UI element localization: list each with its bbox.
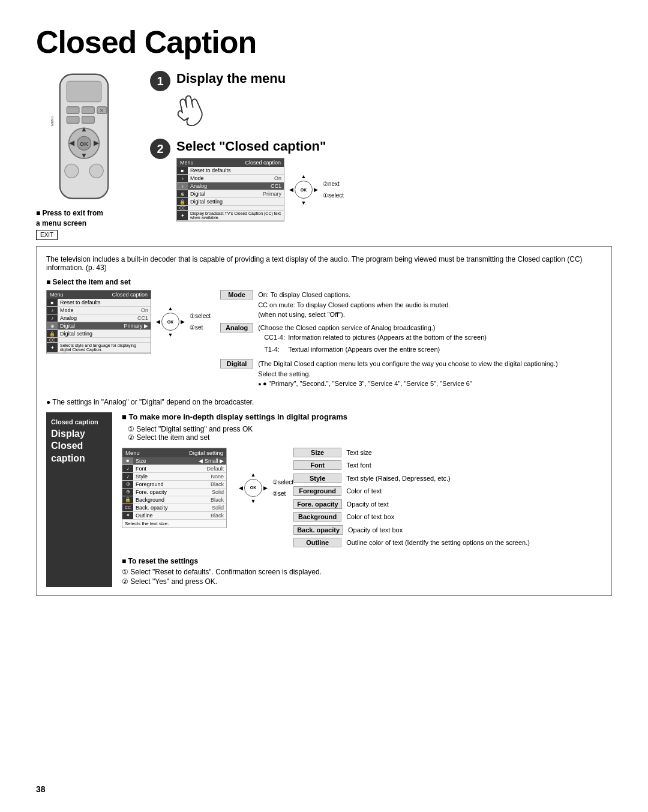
next-label: ②next [323, 181, 344, 187]
menu-mockup-2: Menu Closed caption ■ Reset to defaults … [46, 290, 151, 353]
analog-text: (Choose the Closed caption service of An… [258, 323, 487, 356]
svg-point-17 [89, 164, 103, 178]
menu2-row-digital: ⊕ Digital Primary ▶ [47, 322, 151, 330]
size-label: Size [293, 448, 341, 457]
nav-labels-step2: ②next ①select [323, 181, 344, 199]
menu-nav-area: Menu Closed caption ■ Reset to defaults … [46, 290, 211, 353]
closed-caption-box: Closed caption Display Closed caption [46, 412, 112, 587]
digital-menu-fore-opacity: ⊕ Fore. opacity Solid [122, 489, 226, 496]
menu-row-reset: ■ Reset to defaults [177, 167, 284, 175]
back-opacity-text: Opacity of text box [348, 525, 403, 535]
digital-select-label: ①select [272, 479, 293, 486]
closed-caption-title: Closed caption [51, 418, 107, 426]
exit-button[interactable]: EXIT [36, 230, 58, 240]
select-set-labels: ①select ②set [190, 313, 211, 331]
step-2-title: Select "Closed caption" [176, 139, 344, 154]
digital-def-outline: Outline Outline color of text (Identify … [293, 538, 602, 548]
foreground-label: Foreground [293, 486, 341, 496]
step-1: 1 Display the menu [150, 71, 612, 133]
ok-button[interactable]: OK [295, 181, 313, 199]
size-text: Text size [346, 448, 372, 458]
digital-def-size: Size Text size [293, 448, 602, 458]
digital-definitions: Size Text size Font Text font Style Text… [293, 448, 602, 551]
digital-menu-nav: Menu Digital setting ■ Size ◀ Small ▶ ♪ … [122, 448, 293, 528]
digital-def-back-opacity: Back. opacity Opacity of text box [293, 525, 602, 535]
digital-set-label: ②set [272, 490, 293, 497]
indepth-steps: ① Select "Digital setting" and press OK … [128, 425, 602, 442]
nav-arrows-step2: ▲ ◀ OK ▶ ▼ [289, 173, 318, 206]
select-label-2: ①select [190, 313, 211, 319]
press-exit-label: ■ Press to exit from a menu screen [36, 209, 103, 227]
menu2-row-cc: CC [47, 338, 151, 343]
select-label: ①select [323, 192, 344, 199]
digital-setup-area: Menu Digital setting ■ Size ◀ Small ▶ ♪ … [122, 448, 602, 551]
reset-heading: ■ To reset the settings [122, 557, 602, 565]
svg-text:▼: ▼ [80, 152, 87, 159]
digital-def-background: Background Color of text box [293, 512, 602, 522]
digital-menu-mockup: Menu Digital setting ■ Size ◀ Small ▶ ♪ … [122, 448, 227, 528]
digital-def-fore-opacity: Fore. opacity Opacity of text [293, 499, 602, 510]
top-section: ✕ MENU OK ▲ ▼ ◀ ▶ ■ Press to exit from [36, 71, 612, 240]
menu2-row-digital-setting: 🔒 Digital setting [47, 330, 151, 338]
digital-label: Digital [220, 359, 253, 368]
indepth-step-2: ② Select the item and set [128, 433, 602, 442]
definitions-area: Mode On: To display Closed captions. CC … [220, 290, 602, 392]
svg-text:▶: ▶ [94, 139, 100, 146]
digital-menu-background: 🔒 Background Black [122, 496, 226, 504]
menu2-row-reset: ■ Reset to defaults [47, 299, 151, 307]
svg-rect-2 [67, 107, 79, 114]
digital-menu-foreground: ⊕ Foreground Black [122, 481, 226, 489]
style-text: Text style (Raised, Depressed, etc.) [346, 474, 451, 484]
outline-label: Outline [293, 538, 341, 547]
outline-text: Outline color of text (Identify the sett… [346, 538, 530, 548]
page-number: 38 [36, 784, 46, 794]
svg-text:MENU: MENU [50, 116, 54, 126]
step-2-circle: 2 [150, 139, 170, 159]
svg-text:▲: ▲ [80, 125, 87, 133]
reset-section: ■ To reset the settings ① Select "Reset … [122, 557, 602, 586]
fore-opacity-label: Fore. opacity [293, 499, 341, 509]
digital-menu-back-opacity: CC Back. opacity Solid [122, 504, 226, 512]
menu2-row-extra: ✦ Selects style and language for display… [47, 343, 151, 353]
info-intro-text: The television includes a built-in decod… [46, 255, 602, 272]
step-1-circle: 1 [150, 71, 170, 91]
menu-row-analog: ♪ Analog CC1 [177, 182, 284, 190]
menu-mockup-1: Menu Closed caption ■ Reset to defaults … [176, 158, 284, 221]
digital-def-foreground: Foreground Color of text [293, 486, 602, 496]
svg-text:◀: ◀ [69, 139, 75, 146]
digital-def-style: Style Text style (Raised, Depressed, etc… [293, 474, 602, 484]
hand-icon [176, 90, 206, 126]
bottom-section: Closed caption Display Closed caption ■ … [46, 412, 602, 587]
menu-row-extra: ✦ Display broadcast TV's Closed Caption … [177, 211, 284, 221]
fore-opacity-text: Opacity of text [347, 499, 389, 510]
broadcaster-note: ● The settings in "Analog" or "Digital" … [46, 398, 602, 406]
menu-row-digital-setting: 🔒 Digital setting [177, 198, 284, 206]
select-item-heading: ■ Select the item and set [46, 278, 602, 286]
select-set-area: Menu Closed caption ■ Reset to defaults … [46, 290, 602, 392]
svg-text:✕: ✕ [100, 108, 104, 113]
menu-row-digital: ⊕ Digital Primary [177, 190, 284, 198]
svg-point-16 [65, 164, 79, 178]
digital-select-set-labels: ①select ②set [272, 479, 293, 497]
reset-list: ① Select "Reset to defaults". Confirmati… [122, 568, 602, 586]
ok-button-3[interactable]: OK [244, 479, 262, 497]
indepth-step-1: ① Select "Digital setting" and press OK [128, 425, 602, 433]
def-mode: Mode On: To display Closed captions. CC … [220, 290, 602, 320]
ok-button-2[interactable]: OK [161, 313, 179, 331]
font-label: Font [293, 460, 341, 470]
right-content: ■ To make more in-depth display settings… [122, 412, 602, 587]
style-label: Style [293, 474, 341, 483]
svg-text:OK: OK [80, 141, 88, 147]
step-1-title: Display the menu [176, 71, 286, 86]
def-analog: Analog (Choose the Closed caption servic… [220, 323, 602, 356]
digital-menu-outline: ✦ Outline Black [122, 512, 226, 520]
mode-label: Mode [220, 290, 253, 299]
analog-label: Analog [220, 323, 253, 332]
def-digital: Digital (The Digital Closed caption menu… [220, 359, 602, 389]
step-2: 2 Select "Closed caption" Menu Closed ca… [150, 139, 612, 221]
nav-arrows-select: ▲ ◀ OK ▶ ▼ [156, 305, 185, 338]
reset-step-1: ① Select "Reset to defaults". Confirmati… [122, 568, 602, 576]
menu2-row-mode: ♪ Mode On [47, 307, 151, 314]
menu2-row-analog: ♪ Analog CC1 [47, 314, 151, 322]
svg-rect-6 [67, 116, 79, 124]
